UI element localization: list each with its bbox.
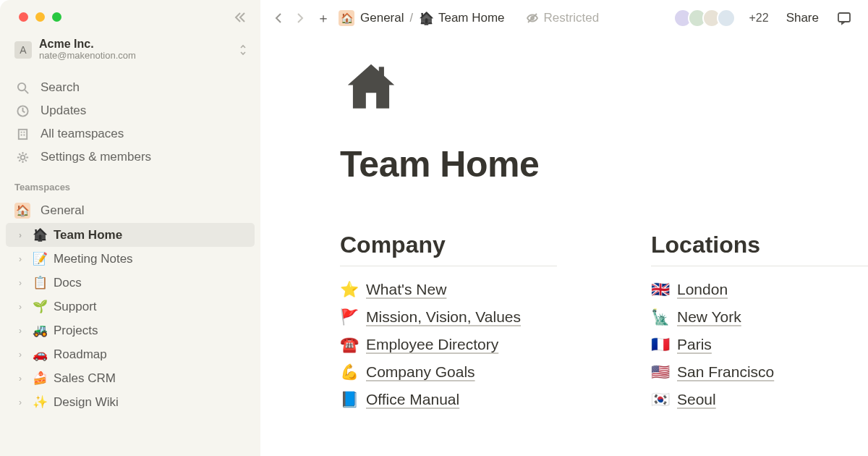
sidebar-page-item[interactable]: › 📝 Meeting Notes <box>0 247 260 271</box>
restricted-badge[interactable]: Restricted <box>525 11 600 25</box>
nav-all-teamspaces[interactable]: All teamspaces <box>0 122 260 145</box>
sidebar-page-item[interactable]: › 🍰 Sales CRM <box>0 366 260 390</box>
page-label: Meeting Notes <box>54 252 133 266</box>
column-company: Company ⭐What's New🚩Mission, Vision, Val… <box>340 232 557 408</box>
page-label: Docs <box>54 276 82 290</box>
page-link-label: What's New <box>366 281 446 298</box>
sidebar-page-item[interactable]: › 🚗 Roadmap <box>0 342 260 366</box>
chevron-right-icon[interactable]: › <box>14 254 26 264</box>
page-link[interactable]: 🇺🇸San Francisco <box>651 363 868 381</box>
teamspace-label: General <box>41 203 84 218</box>
building-icon <box>14 127 30 141</box>
page-link-label: New York <box>677 308 741 326</box>
nav-label: Search <box>41 80 80 95</box>
nav-label: All teamspaces <box>41 127 124 141</box>
teamspace-general[interactable]: 🏠 General <box>0 198 260 223</box>
eye-off-icon <box>525 11 540 25</box>
page-emoji: 🚜 <box>32 323 48 338</box>
page-title[interactable]: Team Home <box>340 143 868 185</box>
page-emoji: 🚗 <box>32 347 48 362</box>
page-icon[interactable] <box>340 56 868 119</box>
page-link[interactable]: 🚩Mission, Vision, Values <box>340 308 557 326</box>
page-link-label: Office Manual <box>366 391 459 408</box>
sidebar-page-item[interactable]: › 🏠 Team Home <box>6 223 255 247</box>
window-traffic-lights <box>19 12 61 22</box>
svg-point-0 <box>17 83 25 90</box>
workspace-switcher[interactable]: A Acme Inc. nate@makenotion.com <box>0 29 260 62</box>
restricted-label: Restricted <box>544 11 600 25</box>
chevron-right-icon[interactable]: › <box>14 350 26 360</box>
nav-back-button[interactable] <box>271 10 286 26</box>
column-heading: Locations <box>651 232 868 258</box>
column-heading: Company <box>340 232 557 258</box>
page-emoji: 🍰 <box>32 371 48 386</box>
collapse-sidebar-button[interactable] <box>231 10 246 25</box>
new-page-button[interactable]: ＋ <box>315 9 331 27</box>
nav-search[interactable]: Search <box>0 76 260 99</box>
page-link[interactable]: 🇫🇷Paris <box>651 336 868 353</box>
page-link-icon: 🇫🇷 <box>651 336 668 353</box>
svg-rect-6 <box>379 67 384 77</box>
page-link[interactable]: ⭐What's New <box>340 281 557 298</box>
page-link-label: Company Goals <box>366 363 475 381</box>
page-link-label: Mission, Vision, Values <box>366 308 521 326</box>
page-link-label: London <box>677 281 728 298</box>
chevron-right-icon[interactable]: › <box>14 302 26 312</box>
page-emoji: 📋 <box>32 275 48 290</box>
sidebar-page-item[interactable]: › 🚜 Projects <box>0 318 260 342</box>
page-link-icon: 🗽 <box>651 308 668 326</box>
page-link[interactable]: ☎️Employee Directory <box>340 336 557 353</box>
page-link-label: Employee Directory <box>366 336 498 353</box>
page-link-icon: 🇰🇷 <box>651 391 668 408</box>
sidebar-page-item[interactable]: › ✨ Design Wiki <box>0 390 260 414</box>
page-label: Roadmap <box>54 347 107 362</box>
page-link[interactable]: 🇰🇷Seoul <box>651 391 868 408</box>
svg-rect-5 <box>838 13 850 22</box>
more-members-count[interactable]: +22 <box>749 12 768 25</box>
divider <box>651 266 868 266</box>
comments-button[interactable] <box>836 10 852 26</box>
breadcrumb-page[interactable]: 🏠 Team Home <box>419 11 505 26</box>
chevron-right-icon[interactable]: › <box>14 278 26 288</box>
close-window-icon[interactable] <box>19 12 28 22</box>
divider <box>340 266 557 266</box>
page-link-icon: 🚩 <box>340 308 357 326</box>
chevron-right-icon[interactable]: › <box>14 373 26 384</box>
gear-icon <box>14 151 30 164</box>
clock-icon <box>14 104 30 118</box>
share-button[interactable]: Share <box>786 11 819 25</box>
page-content: Team Home Company ⭐What's New🚩Mission, V… <box>260 28 868 456</box>
page-label: Support <box>54 300 97 314</box>
chevron-right-icon[interactable]: › <box>14 326 26 336</box>
workspace-email: nate@makenotion.com <box>39 51 231 62</box>
breadcrumb: 🏠 General / 🏠 Team Home <box>339 10 505 26</box>
page-link[interactable]: 🗽New York <box>651 308 868 326</box>
sidebar-page-item[interactable]: › 📋 Docs <box>0 271 260 295</box>
breadcrumb-root[interactable]: General <box>360 11 404 25</box>
member-avatars[interactable] <box>663 9 736 28</box>
chevron-right-icon[interactable]: › <box>14 397 26 408</box>
breadcrumb-separator: / <box>409 12 412 25</box>
nav-updates[interactable]: Updates <box>0 99 260 122</box>
sidebar-page-item[interactable]: › 🌱 Support <box>0 295 260 318</box>
teamspace-icon: 🏠 <box>14 203 30 219</box>
page-label: Design Wiki <box>54 395 119 410</box>
page-link[interactable]: 💪Company Goals <box>340 363 557 381</box>
page-link-label: Paris <box>677 336 712 353</box>
page-link[interactable]: 🇬🇧London <box>651 281 868 298</box>
page-link-label: San Francisco <box>677 363 774 381</box>
page-link-label: Seoul <box>677 391 716 408</box>
page-emoji: ✨ <box>32 394 48 410</box>
minimize-window-icon[interactable] <box>35 12 45 22</box>
column-locations: Locations 🇬🇧London🗽New York🇫🇷Paris🇺🇸San … <box>651 232 868 408</box>
page-link-icon: ⭐ <box>340 281 357 298</box>
zoom-window-icon[interactable] <box>52 12 61 22</box>
page-link-icon: 🇺🇸 <box>651 363 668 381</box>
svg-point-3 <box>20 155 25 159</box>
page-link-icon: 📘 <box>340 391 357 408</box>
chevron-right-icon[interactable]: › <box>14 230 26 240</box>
nav-label: Settings & members <box>41 150 151 164</box>
nav-forward-button[interactable] <box>292 10 308 26</box>
page-link[interactable]: 📘Office Manual <box>340 391 557 408</box>
nav-settings[interactable]: Settings & members <box>0 145 260 169</box>
